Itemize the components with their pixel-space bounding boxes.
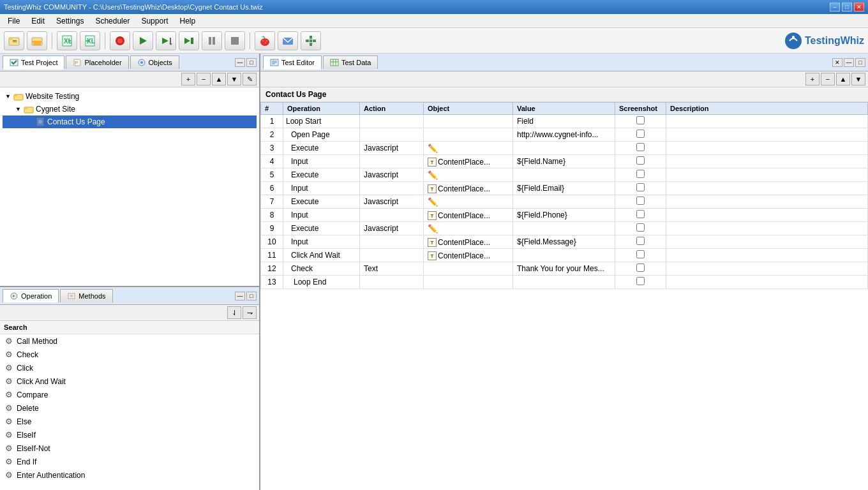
op-item-delete[interactable]: ⚙ Delete xyxy=(0,401,259,415)
editor-remove-button[interactable]: − xyxy=(821,73,835,85)
tree-item-website-testing[interactable]: ▼ Website Testing xyxy=(3,90,257,103)
op-item-elseif[interactable]: ⚙ ElseIf xyxy=(0,428,259,442)
tab-operation[interactable]: Operation xyxy=(3,289,59,302)
strawberry-button[interactable] xyxy=(255,31,275,50)
tree-up-button[interactable]: ▲ xyxy=(212,73,226,85)
restore-button[interactable]: ― xyxy=(235,58,245,67)
svg-point-23 xyxy=(260,38,269,46)
table-row[interactable]: 4InputTContentPlace...${Field.Name} xyxy=(261,155,868,168)
cell-screenshot[interactable] xyxy=(615,155,666,168)
cell-description xyxy=(666,209,868,222)
cell-screenshot[interactable] xyxy=(615,168,666,182)
editor-expand-button[interactable]: □ xyxy=(855,58,865,67)
menu-help[interactable]: Help xyxy=(174,15,200,27)
cell-screenshot[interactable] xyxy=(615,182,666,195)
menu-file[interactable]: File xyxy=(3,15,25,27)
op-item-else[interactable]: ⚙ Else xyxy=(0,415,259,428)
settings-button[interactable] xyxy=(301,31,321,50)
op-item-elseif-not[interactable]: ⚙ ElseIf-Not xyxy=(0,442,259,455)
menu-edit[interactable]: Edit xyxy=(26,15,50,27)
op-label-call-method: Call Method xyxy=(17,337,57,346)
op-label-click-and-wait: Click And Wait xyxy=(17,377,66,386)
editor-up-button[interactable]: ▲ xyxy=(836,73,850,85)
op-restore-button[interactable]: ― xyxy=(235,292,245,301)
table-row[interactable]: 8InputTContentPlace...${Field.Phone} xyxy=(261,209,868,222)
panel-close-button[interactable]: □ xyxy=(246,58,257,67)
op-panel-close-button[interactable]: □ xyxy=(246,292,257,301)
excel-import-button[interactable]: XL xyxy=(57,31,77,50)
tab-methods[interactable]: Methods xyxy=(60,289,112,302)
minimize-button[interactable]: – xyxy=(830,3,840,11)
tree-down-button[interactable]: ▼ xyxy=(227,73,241,85)
op-item-call-method[interactable]: ⚙ Call Method xyxy=(0,334,259,348)
open-button[interactable] xyxy=(27,31,47,50)
record-button[interactable] xyxy=(110,31,130,50)
cell-screenshot[interactable] xyxy=(615,249,666,262)
menu-support[interactable]: Support xyxy=(136,15,173,27)
op-collapse-all[interactable]: ⇃ xyxy=(227,306,241,319)
svg-marker-18 xyxy=(184,38,190,44)
tree-toolbar: + − ▲ ▼ ✎ xyxy=(0,71,259,87)
menu-scheduler[interactable]: Scheduler xyxy=(90,15,135,27)
table-row[interactable]: 10InputTContentPlace...${Field.Message} xyxy=(261,235,868,249)
editor-down-button[interactable]: ▼ xyxy=(851,73,865,85)
excel-export-button[interactable]: XL xyxy=(80,31,100,50)
maximize-button[interactable]: □ xyxy=(842,3,852,11)
op-item-enter-auth[interactable]: ⚙ Enter Authentication xyxy=(0,468,259,482)
editor-restore-button[interactable]: ― xyxy=(844,58,854,67)
tree-remove-button[interactable]: − xyxy=(197,73,211,85)
cell-screenshot[interactable] xyxy=(615,222,666,235)
cell-description xyxy=(666,195,868,209)
skip-button[interactable] xyxy=(179,31,199,50)
cell-screenshot[interactable] xyxy=(615,209,666,222)
stop-button[interactable] xyxy=(225,31,245,50)
table-row[interactable]: 9ExecuteJavascript✏️ xyxy=(261,222,868,235)
tab-test-editor[interactable]: Test Editor xyxy=(263,56,322,70)
op-item-click[interactable]: ⚙ Click xyxy=(0,361,259,375)
tab-test-data[interactable]: Test Data xyxy=(323,56,378,69)
tree-add-button[interactable]: + xyxy=(181,73,195,85)
tree-edit-button[interactable]: ✎ xyxy=(243,73,257,85)
tab-objects[interactable]: Objects xyxy=(130,56,179,69)
cell-screenshot[interactable] xyxy=(615,235,666,249)
cell-screenshot[interactable] xyxy=(615,276,666,289)
op-expand-all[interactable]: ⇁ xyxy=(243,306,257,319)
op-item-click-and-wait[interactable]: ⚙ Click And Wait xyxy=(0,375,259,388)
table-row[interactable]: 11Click And WaitTContentPlace... xyxy=(261,249,868,262)
cell-description xyxy=(666,235,868,249)
menu-settings[interactable]: Settings xyxy=(51,15,89,27)
table-row[interactable]: 5ExecuteJavascript✏️ xyxy=(261,168,868,182)
op-label-compare: Compare xyxy=(17,390,48,399)
email-button[interactable] xyxy=(278,31,298,50)
editor-x-button[interactable]: ✕ xyxy=(832,58,842,67)
cell-screenshot[interactable] xyxy=(615,128,666,142)
op-item-end-if[interactable]: ⚙ End If xyxy=(0,455,259,468)
play-dropdown-button[interactable] xyxy=(156,31,176,50)
table-row[interactable]: 3ExecuteJavascript✏️ xyxy=(261,142,868,155)
new-folder-button[interactable] xyxy=(4,31,24,50)
tab-test-project[interactable]: Test Project xyxy=(3,56,64,70)
op-item-check[interactable]: ⚙ Check xyxy=(0,348,259,361)
cell-screenshot[interactable] xyxy=(615,142,666,155)
cell-screenshot[interactable] xyxy=(615,195,666,209)
cell-action: Javascript xyxy=(360,168,424,182)
table-row[interactable]: 6InputTContentPlace...${Field.Email} xyxy=(261,182,868,195)
tab-placeholder[interactable]: P Placeholder xyxy=(66,56,128,69)
cell-screenshot[interactable] xyxy=(615,262,666,276)
cell-object: ✏️ xyxy=(424,222,513,235)
op-item-compare[interactable]: ⚙ Compare xyxy=(0,388,259,401)
pause-button[interactable] xyxy=(202,31,222,50)
play-button[interactable] xyxy=(133,31,153,50)
table-row[interactable]: 1Loop StartField xyxy=(261,115,868,128)
main-layout: Test Project P Placeholder Objects ― □ +… xyxy=(0,54,868,490)
tree-item-cygnet-site[interactable]: ▼ Cygnet Site xyxy=(3,103,257,115)
close-button[interactable]: ✕ xyxy=(854,3,864,11)
table-row[interactable]: 7ExecuteJavascript✏️ xyxy=(261,195,868,209)
table-row[interactable]: 13Loop End xyxy=(261,276,868,289)
table-row[interactable]: 12CheckTextThank You for your Mes... xyxy=(261,262,868,276)
gear-icon-enter-auth: ⚙ xyxy=(5,470,13,480)
table-row[interactable]: 2Open Pagehttp://www.cygnet-info... xyxy=(261,128,868,142)
cell-screenshot[interactable] xyxy=(615,115,666,128)
tree-item-contact-us-page[interactable]: Contact Us Page xyxy=(3,115,257,128)
editor-add-button[interactable]: + xyxy=(805,73,819,85)
